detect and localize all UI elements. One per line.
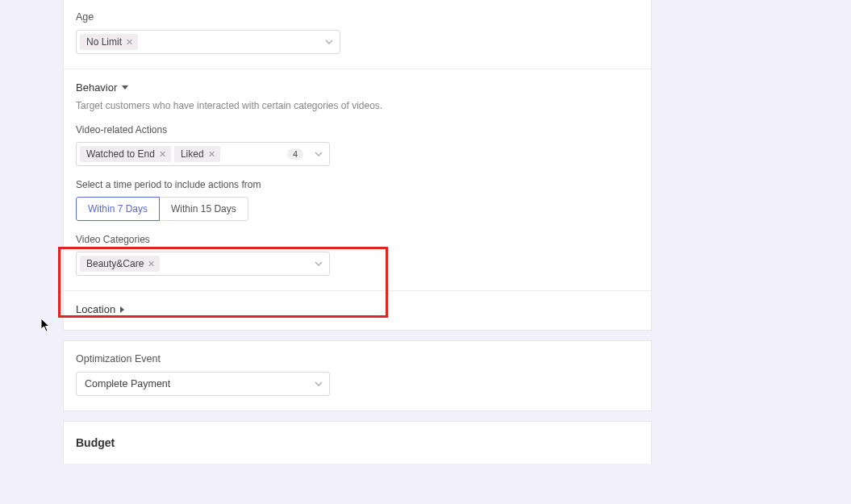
triangle-right-icon: [120, 306, 124, 313]
optimization-event-panel: Optimization Event Complete Payment: [63, 340, 652, 411]
behavior-description: Target customers who have interacted wit…: [76, 100, 639, 111]
cursor-icon: [40, 318, 52, 332]
optimization-event-select[interactable]: Complete Payment: [76, 372, 330, 396]
age-label: Age: [76, 11, 639, 23]
behavior-section: Behavior Target customers who have inter…: [64, 69, 651, 291]
behavior-toggle[interactable]: Behavior: [76, 81, 128, 94]
chip-text: No Limit: [86, 36, 122, 48]
remove-chip-icon[interactable]: ✕: [148, 260, 155, 269]
action-chip-watched: Watched to End ✕: [80, 146, 171, 162]
time-period-group: Within 7 Days Within 15 Days: [76, 197, 248, 221]
category-chip-beauty: Beauty&Care ✕: [80, 256, 160, 272]
chip-text: Liked: [181, 148, 204, 160]
location-toggle[interactable]: Location: [76, 303, 124, 315]
chevron-down-icon: [315, 380, 323, 388]
optimization-event-label: Optimization Event: [76, 353, 639, 364]
video-categories-label: Video Categories: [76, 234, 639, 245]
age-chip-no-limit: No Limit ✕: [80, 34, 138, 50]
video-actions-select[interactable]: Watched to End ✕ Liked ✕ 4: [76, 142, 330, 166]
targeting-panel: Age No Limit ✕ Behavior Target customers…: [63, 0, 652, 331]
behavior-title: Behavior: [76, 81, 117, 94]
budget-title: Budget: [64, 422, 651, 464]
location-title: Location: [76, 303, 115, 315]
optimization-event-value: Complete Payment: [80, 378, 170, 389]
chevron-down-icon: [315, 150, 323, 158]
triangle-down-icon: [122, 85, 128, 90]
time-period-option-7[interactable]: Within 7 Days: [76, 197, 160, 221]
time-period-option-15[interactable]: Within 15 Days: [159, 197, 248, 221]
age-section: Age No Limit ✕: [64, 0, 651, 69]
location-section: Location: [64, 291, 651, 330]
actions-count-badge: 4: [287, 148, 303, 160]
video-actions-label: Video-related Actions: [76, 124, 639, 135]
chevron-down-icon: [325, 38, 333, 46]
chip-text: Beauty&Care: [86, 258, 144, 269]
budget-panel: Budget: [63, 421, 652, 464]
action-chip-liked: Liked ✕: [174, 146, 220, 162]
chevron-down-icon: [315, 260, 323, 268]
chip-text: Watched to End: [86, 148, 155, 160]
video-categories-select[interactable]: Beauty&Care ✕: [76, 252, 330, 276]
remove-chip-icon[interactable]: ✕: [208, 150, 215, 159]
age-select[interactable]: No Limit ✕: [76, 30, 340, 54]
time-period-label: Select a time period to include actions …: [76, 179, 639, 190]
remove-chip-icon[interactable]: ✕: [126, 38, 133, 47]
remove-chip-icon[interactable]: ✕: [159, 150, 166, 159]
